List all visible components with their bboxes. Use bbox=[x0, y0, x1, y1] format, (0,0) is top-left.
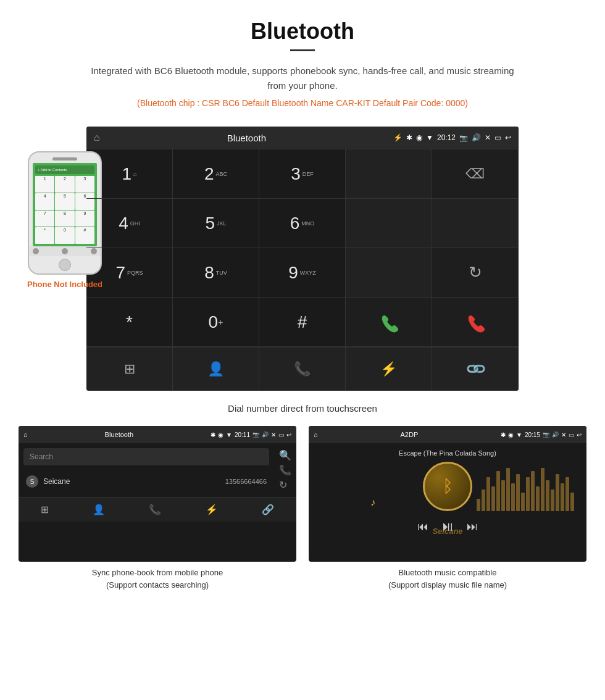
song-title: Escape (The Pina Colada Song) bbox=[399, 449, 496, 457]
pb-status-right: ✱ ◉ ▼ 20:11 📷 🔊 ✕ ▭ ↩ bbox=[211, 431, 291, 438]
pb-phone-icon[interactable]: 📞 bbox=[149, 504, 161, 515]
dial-key-5[interactable]: 5 JKL bbox=[173, 199, 259, 248]
bluetooth-button[interactable]: ⚡ bbox=[346, 348, 432, 391]
phonebook-side-actions: 🔍 📞 ↻ bbox=[274, 443, 296, 497]
key-number: 1 bbox=[122, 165, 131, 183]
key-number: # bbox=[298, 314, 307, 331]
home-icon: ⌂ bbox=[94, 132, 100, 143]
dial-key-0[interactable]: 0 + bbox=[173, 298, 259, 347]
bluetooth-icon: ⚡ bbox=[380, 361, 397, 377]
mu-close[interactable]: ✕ bbox=[561, 431, 566, 438]
pb-cam: 📷 bbox=[252, 431, 259, 438]
music-screen: ⌂ A2DP ✱ ◉ ▼ 20:15 📷 🔊 ✕ ▭ ↩ Escape (The… bbox=[309, 426, 586, 562]
dial-key-9[interactable]: 9 WXYZ bbox=[259, 248, 346, 298]
call-button[interactable] bbox=[346, 298, 432, 347]
key-number: 6 bbox=[290, 215, 300, 232]
music-caption: Bluetooth music compatible(Support displ… bbox=[388, 567, 507, 591]
music-art-area: ᛒ ♪ bbox=[315, 462, 580, 511]
pb-contacts-icon[interactable]: 👤 bbox=[93, 504, 105, 515]
key-number: 5 bbox=[205, 215, 215, 232]
call-green-icon bbox=[374, 307, 404, 337]
dial-key-2[interactable]: 2 ABC bbox=[173, 149, 259, 199]
dial-key-hash[interactable]: # bbox=[259, 298, 346, 347]
refresh-side-icon[interactable]: ↻ bbox=[279, 479, 291, 491]
wifi-signal-icon: ▼ bbox=[426, 133, 433, 142]
end-call-button[interactable] bbox=[432, 298, 519, 347]
dial-key-star[interactable]: * bbox=[86, 298, 173, 347]
eq-bar bbox=[511, 483, 515, 511]
music-status-bar: ⌂ A2DP ✱ ◉ ▼ 20:15 📷 🔊 ✕ ▭ ↩ bbox=[309, 426, 586, 443]
pb-wifi-icon: ▼ bbox=[226, 431, 232, 438]
eq-bar bbox=[541, 468, 544, 511]
phone-mini-key: 1 bbox=[35, 176, 54, 193]
bt-music-icon: ᛒ bbox=[443, 477, 453, 496]
dial-keypad: 1 ⌂ 2 ABC 3 DEF ⌫ 4 GHI 5 JKL bbox=[86, 149, 519, 347]
key-sub: ABC bbox=[216, 171, 228, 177]
page-header: Bluetooth Integrated with BC6 Bluetooth … bbox=[0, 0, 605, 127]
pb-bt-bottom-icon[interactable]: ⚡ bbox=[206, 504, 218, 515]
phone-speaker bbox=[52, 157, 77, 160]
pb-close[interactable]: ✕ bbox=[271, 431, 276, 438]
dial-key-1[interactable]: 1 ⌂ bbox=[86, 149, 173, 199]
status-left: ⌂ bbox=[94, 132, 100, 143]
close-icon[interactable]: ✕ bbox=[485, 133, 491, 142]
call-side-icon[interactable]: 📞 bbox=[279, 464, 291, 476]
dial-screen: ⌂ Bluetooth ⚡ ✱ ◉ ▼ 20:12 📷 🔊 ✕ ▭ ↩ 1 ⌂ bbox=[86, 127, 519, 391]
dial-empty-3 bbox=[432, 199, 519, 248]
skip-next-icon[interactable]: ⏭ bbox=[467, 520, 478, 533]
seicane-watermark: Seicane bbox=[432, 527, 462, 536]
pb-location-icon: ◉ bbox=[218, 431, 223, 438]
phone-mini-key: 7 bbox=[35, 210, 54, 227]
phonebook-panel: ⌂ Bluetooth ✱ ◉ ▼ 20:11 📷 🔊 ✕ ▭ ↩ bbox=[19, 426, 296, 591]
key-number: 2 bbox=[204, 165, 214, 183]
search-side-icon[interactable]: 🔍 bbox=[279, 449, 291, 461]
mu-cam: 📷 bbox=[543, 431, 549, 438]
dial-empty-1 bbox=[346, 149, 432, 199]
phone-home-button bbox=[59, 259, 71, 271]
eq-bar bbox=[551, 490, 554, 511]
dial-key-8[interactable]: 8 TUV bbox=[173, 248, 259, 298]
phonebook-search-bar[interactable]: Search bbox=[23, 448, 269, 465]
contacts-button[interactable]: 👤 bbox=[173, 348, 259, 391]
dial-empty-4 bbox=[346, 248, 432, 298]
eq-bar bbox=[486, 477, 490, 511]
dial-key-6[interactable]: 6 MNO bbox=[259, 199, 346, 248]
volume-icon: 🔊 bbox=[472, 133, 481, 142]
end-call-icon bbox=[461, 307, 490, 337]
key-number: * bbox=[126, 314, 133, 331]
pb-home-icon: ⌂ bbox=[23, 431, 28, 438]
backspace-button[interactable]: ⌫ bbox=[432, 149, 519, 199]
skip-prev-icon[interactable]: ⏮ bbox=[417, 520, 428, 533]
contact-name: Seicane bbox=[43, 477, 225, 486]
mu-app-name: A2DP bbox=[322, 431, 497, 438]
key-number: 7 bbox=[115, 264, 125, 281]
calls-button[interactable]: 📞 bbox=[259, 348, 346, 391]
phone-bottom-icon bbox=[33, 248, 39, 254]
page-description: Integrated with BC6 Bluetooth module, su… bbox=[86, 64, 519, 93]
backspace-icon: ⌫ bbox=[465, 166, 485, 182]
eq-bar bbox=[521, 493, 525, 511]
eq-bar bbox=[477, 499, 480, 511]
apps-button[interactable]: ⊞ bbox=[86, 348, 173, 391]
pb-link-icon[interactable]: 🔗 bbox=[262, 504, 274, 515]
time-display: 20:12 bbox=[437, 133, 456, 142]
dial-key-4[interactable]: 4 GHI bbox=[86, 199, 173, 248]
dial-key-3[interactable]: 3 DEF bbox=[259, 149, 346, 199]
contact-avatar: S bbox=[26, 475, 38, 488]
key-sub: ⌂ bbox=[133, 171, 136, 177]
phone-contact-label: + Add to Contacts bbox=[38, 168, 67, 172]
back-icon[interactable]: ↩ bbox=[505, 133, 511, 142]
refresh-button[interactable]: ↻ bbox=[432, 248, 519, 298]
pb-time: 20:11 bbox=[235, 431, 250, 438]
dial-key-7[interactable]: 7 PQRS bbox=[86, 248, 173, 298]
phonebook-body: Search S Seicane 13566664466 🔍 📞 ↻ bbox=[19, 443, 296, 497]
album-art: ᛒ bbox=[423, 462, 472, 511]
eq-bar bbox=[506, 468, 510, 511]
contact-entry[interactable]: S Seicane 13566664466 bbox=[19, 470, 274, 493]
pb-apps-icon[interactable]: ⊞ bbox=[41, 504, 49, 515]
link-button[interactable]: 🔗 bbox=[432, 348, 519, 391]
pb-back[interactable]: ↩ bbox=[286, 431, 291, 438]
mu-back[interactable]: ↩ bbox=[577, 431, 582, 438]
phone-mini-key: 2 bbox=[55, 176, 74, 193]
contact-number: 13566664466 bbox=[225, 478, 267, 485]
